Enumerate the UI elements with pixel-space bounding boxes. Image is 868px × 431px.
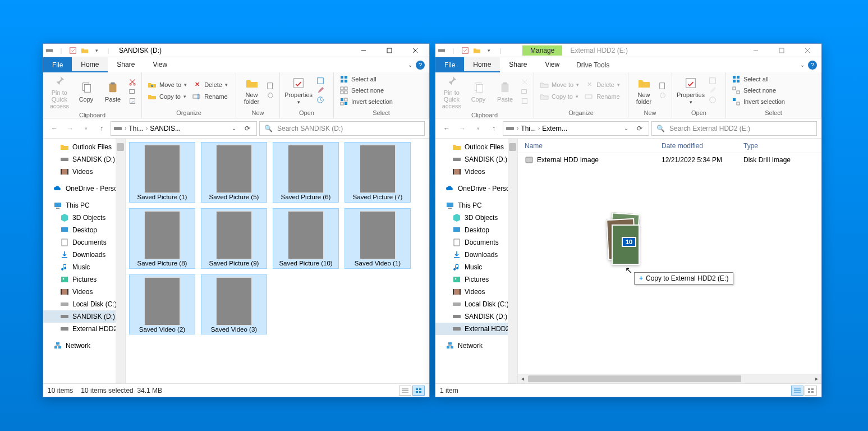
easy-access-icon[interactable] [266, 91, 275, 100]
file-area[interactable]: Name Date modified Type External HDD Ima… [518, 139, 821, 383]
address-bar[interactable]: › Thi... › Extern... ⌄ ⟳ [503, 121, 649, 136]
sidebar-item[interactable]: Pictures [43, 273, 125, 286]
sidebar-item[interactable]: Downloads [43, 249, 125, 261]
sidebar-item[interactable]: Music [43, 261, 125, 273]
chevron-right-icon[interactable]: › [125, 125, 126, 131]
new-item-icon[interactable] [658, 81, 667, 90]
back-button[interactable]: ← [48, 122, 61, 135]
navigation-pane[interactable]: Outlook FilesSANDISK (D:)VideosOneDrive … [43, 139, 126, 383]
edit-icon[interactable] [316, 86, 325, 95]
navigation-pane[interactable]: Outlook FilesSANDISK (D:)VideosOneDrive … [435, 139, 518, 383]
easy-access-icon[interactable] [658, 91, 667, 100]
invert-selection-button[interactable]: Invert selection [731, 97, 786, 107]
paste-shortcut-icon[interactable] [128, 97, 137, 106]
address-bar[interactable]: › Thi... › SANDIS... ⌄ ⟳ [111, 121, 257, 136]
breadcrumb[interactable]: Thi... [128, 125, 144, 132]
scroll-right-icon[interactable]: ► [812, 374, 821, 383]
sidebar-item[interactable]: Local Disk (C:) [435, 298, 517, 310]
sidebar-item[interactable]: Local Disk (C:) [43, 298, 125, 310]
sidebar-item[interactable]: Documents [435, 236, 517, 249]
sidebar-item[interactable]: Desktop [435, 224, 517, 236]
open-icon[interactable] [316, 76, 325, 85]
select-none-button[interactable]: Select none [731, 85, 786, 95]
back-button[interactable]: ← [440, 122, 453, 135]
thumbnails-view-button[interactable] [412, 386, 425, 396]
menu-share[interactable]: Share [108, 57, 144, 72]
minimize-button[interactable] [743, 44, 769, 57]
minimize-button[interactable] [351, 44, 376, 57]
cut-icon[interactable] [128, 77, 137, 86]
sidebar-item[interactable]: External HDD2 (E [435, 323, 517, 335]
file-item[interactable]: Saved Video (1) [345, 208, 411, 269]
breadcrumb[interactable]: Extern... [542, 125, 567, 132]
details-view-button[interactable] [791, 386, 803, 396]
sidebar-item-onedrive[interactable]: OneDrive - Person [435, 182, 517, 195]
sidebar-item[interactable]: 3D Objects [43, 212, 125, 224]
menu-file[interactable]: File [435, 57, 464, 72]
sidebar-item[interactable]: Videos [435, 286, 517, 298]
column-type[interactable]: Type [743, 142, 821, 150]
history-icon[interactable] [316, 95, 325, 104]
up-button[interactable]: ↑ [95, 122, 108, 135]
save-icon[interactable] [460, 45, 470, 56]
sidebar-item[interactable]: SANDISK (D:) [435, 153, 517, 166]
save-icon[interactable] [68, 45, 78, 56]
refresh-button[interactable]: ⟳ [241, 125, 254, 132]
maximize-button[interactable] [376, 44, 402, 57]
forward-button[interactable]: → [63, 122, 77, 135]
new-folder-button[interactable]: New folder [241, 76, 263, 105]
sidebar-item[interactable]: SANDISK (D:) [435, 310, 517, 323]
sidebar-item[interactable]: Desktop [43, 224, 125, 236]
copy-button[interactable]: Copy [75, 80, 98, 103]
sidebar-item[interactable]: Downloads [435, 249, 517, 261]
move-to-button[interactable]: Move to ▾ [146, 80, 188, 90]
sidebar-item[interactable]: Music [435, 261, 517, 273]
scrollbar-horizontal[interactable]: ◄ ► [518, 374, 821, 383]
sidebar-item-this-pc[interactable]: This PC [435, 199, 517, 212]
copy-to-button[interactable]: Copy to ▾ [146, 91, 188, 102]
sidebar-item[interactable]: SANDISK (D:) [43, 153, 125, 166]
new-folder-button[interactable]: New folder [633, 76, 655, 105]
file-row[interactable]: External HDD Image 12/21/2022 5:34 PM Di… [518, 153, 821, 167]
paste-shortcut-icon[interactable] [520, 97, 529, 106]
properties-button[interactable]: Properties ▾ [677, 76, 705, 106]
scrollbar-vertical[interactable] [508, 139, 517, 383]
menu-file[interactable]: File [43, 57, 72, 72]
select-all-button[interactable]: Select all [338, 74, 394, 84]
recent-dropdown-icon[interactable]: ▾ [471, 122, 485, 135]
copy-to-button[interactable]: Copy to ▾ [539, 91, 580, 102]
sidebar-item[interactable]: Videos [43, 166, 125, 178]
properties-button[interactable]: Properties ▾ [284, 76, 313, 106]
sidebar-item[interactable]: SANDISK (D:) [43, 310, 125, 323]
file-area[interactable]: Saved Picture (1)Saved Picture (5)Saved … [126, 139, 429, 383]
file-item[interactable]: Saved Picture (10) [273, 208, 339, 269]
menu-view[interactable]: View [144, 57, 176, 72]
copy-path-icon[interactable] [128, 87, 137, 96]
sidebar-item[interactable]: Outlook Files [43, 141, 125, 153]
scrollbar-vertical[interactable] [116, 139, 125, 383]
sidebar-item-network[interactable]: Network [43, 340, 125, 352]
sidebar-item-this-pc[interactable]: This PC [43, 199, 125, 212]
menu-home[interactable]: Home [464, 57, 500, 72]
details-view-button[interactable] [399, 386, 411, 396]
ribbon-collapse-icon[interactable]: ⌄ [800, 62, 805, 68]
history-icon[interactable] [708, 95, 717, 104]
file-item[interactable]: Saved Picture (6) [273, 142, 339, 203]
select-none-button[interactable]: Select none [338, 85, 394, 95]
search-input[interactable]: 🔍 Search External HDD2 (E:) [651, 121, 817, 136]
column-date[interactable]: Date modified [662, 142, 743, 150]
cut-icon[interactable] [520, 77, 529, 86]
breadcrumb[interactable]: Thi... [521, 125, 536, 132]
paste-button[interactable]: Paste [493, 80, 517, 103]
pin-to-quick-access-button[interactable]: Pin to Quick access [48, 74, 71, 109]
chevron-right-icon[interactable]: › [146, 125, 148, 131]
thumbnails-view-button[interactable] [805, 386, 817, 396]
invert-selection-button[interactable]: Invert selection [338, 97, 394, 107]
move-to-button[interactable]: Move to ▾ [539, 80, 580, 90]
search-input[interactable]: 🔍 Search SANDISK (D:) [259, 121, 425, 136]
address-dropdown-icon[interactable]: ⌄ [622, 125, 631, 131]
menu-share[interactable]: Share [500, 57, 536, 72]
file-item[interactable]: Saved Picture (9) [201, 208, 267, 269]
sidebar-item[interactable]: Documents [43, 236, 125, 249]
menu-home[interactable]: Home [72, 57, 108, 72]
